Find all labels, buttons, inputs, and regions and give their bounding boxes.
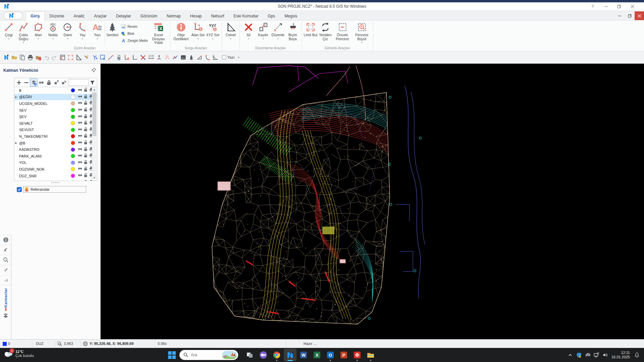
layer-visibility-icon[interactable] (77, 173, 83, 179)
quicktool-dimension[interactable]: 12,53 (147, 53, 155, 61)
ribbon-button-arc[interactable]: Yay▾ (75, 21, 90, 46)
layer-visibility-icon[interactable] (77, 140, 83, 146)
layer-tool-remove-layer[interactable] (22, 78, 30, 86)
layer-color-swatch[interactable] (71, 128, 75, 132)
tray-volume[interactable] (601, 351, 609, 359)
text-toggle-checkbox[interactable] (222, 55, 226, 59)
quicktool-select-frame[interactable] (66, 53, 74, 61)
layer-color-swatch[interactable] (71, 174, 75, 178)
strip-button-object-info[interactable] (0, 235, 11, 245)
layer-visibility-icon[interactable] (77, 146, 83, 153)
active-layer-name[interactable]: 0 (8, 342, 10, 346)
layer-color-swatch[interactable] (71, 180, 75, 181)
ribbon-button-delete[interactable]: Sil▾ (241, 21, 256, 46)
taskbar-app-word[interactable]: W (297, 349, 310, 361)
ribbon-button-point[interactable]: abcNokta▾ (46, 21, 60, 46)
text-display-toggle[interactable]: Yazı▾ (222, 55, 239, 59)
ribbon-button-info[interactable]: Obje Özellikleri (171, 21, 191, 46)
taskbar-app-video-app[interactable] (257, 349, 270, 361)
zoom-scale-value[interactable]: 3,963 (64, 342, 73, 346)
tab-netsurf[interactable]: Netsurf (207, 12, 229, 20)
tab-düzenle[interactable]: Düzenle (45, 12, 69, 20)
layer-color-swatch[interactable] (71, 101, 75, 106)
chevron-down-icon[interactable]: ▾ (238, 56, 239, 59)
ribbon-button-prevwin[interactable]: Önceki Pencere (333, 21, 352, 46)
quicktool-lock-snap[interactable] (115, 53, 123, 61)
tray-cast-display[interactable] (592, 351, 601, 359)
quicktool-close-project[interactable] (34, 53, 42, 61)
quicktool-zoom-select[interactable] (99, 53, 107, 61)
ribbon-button-polygon[interactable]: Alan▾ (31, 21, 46, 46)
tab-netmap[interactable]: Netmap (162, 12, 185, 20)
strip-button-fonts[interactable]: aA (0, 275, 11, 285)
ribbon-button-limit[interactable]: Limit Bul (303, 21, 318, 46)
doc-minimize-button[interactable] (614, 11, 625, 20)
active-layer-swatch[interactable] (3, 342, 7, 346)
layer-row-n_takeometri̇[interactable]: N_TAKEOMETRİ (14, 133, 97, 140)
ribbon-button-line[interactable]: Çizgi▾ (1, 21, 16, 46)
quicktool-profile-line[interactable] (171, 53, 179, 61)
quicktool-split-y[interactable] (91, 53, 99, 61)
taskbar-app-explorer[interactable] (364, 349, 377, 361)
layer-visibility-icon[interactable] (77, 133, 83, 139)
layer-row-sevust[interactable]: SEVUST (14, 127, 97, 133)
taskbar-app-netcad[interactable] (284, 349, 297, 361)
expander-icon[interactable]: ▶ (15, 96, 17, 99)
layer-lock-icon[interactable] (83, 133, 88, 139)
ribbon-button-edit[interactable]: Düzenle▾ (271, 21, 285, 46)
layer-tool-star-export[interactable] (60, 78, 67, 86)
panel-splitter[interactable]: ••••• (14, 182, 97, 185)
ribbon-button-xyz[interactable]: xyzXYZ Sor▾ (206, 21, 220, 46)
scroll-thumb[interactable] (93, 93, 96, 136)
layer-color-swatch[interactable] (71, 141, 75, 145)
layer-row-sevalt[interactable]: SEVALT (14, 120, 97, 127)
quicktool-intersect-red[interactable] (139, 53, 147, 61)
layer-row-@b[interactable]: ▶@B (14, 140, 97, 146)
ribbon-button-zoomwin[interactable]: Pencere Büyüt▾ (352, 21, 372, 46)
ribbon-button-image[interactable]: Resim (121, 23, 148, 30)
minimize-button[interactable] (600, 2, 612, 11)
strip-tab-katmanlar[interactable]: Katmanlar (0, 285, 11, 321)
strip-button-magic-wand[interactable] (0, 265, 11, 275)
layer-filter-funnel-icon[interactable] (89, 78, 96, 86)
layer-visibility-icon[interactable] (77, 100, 83, 107)
layer-visibility-icon[interactable] (77, 160, 83, 166)
layer-visibility-icon[interactable] (77, 120, 83, 126)
restore-button[interactable] (613, 2, 625, 11)
expander-icon[interactable]: ▶ (15, 141, 17, 144)
quicktool-arc-tool[interactable] (203, 53, 211, 61)
layer-lock-icon[interactable] (83, 173, 88, 179)
quicktool-delete-flash[interactable] (83, 53, 91, 61)
mode-indicator[interactable]: DUZ (36, 342, 44, 346)
layer-visibility-icon[interactable] (77, 153, 83, 159)
quicktool-tree-symbol[interactable] (187, 53, 195, 61)
ribbon-button-redraw[interactable]: Yeniden Çiz (318, 21, 333, 46)
tab-gps[interactable]: Gps (263, 12, 280, 20)
quicktool-new-project[interactable] (2, 53, 10, 61)
tab-analiz[interactable]: Analiz (69, 12, 89, 20)
quicktool-open-project[interactable] (10, 53, 18, 61)
drawing-canvas[interactable] (101, 64, 644, 339)
layer-color-swatch[interactable] (71, 154, 75, 158)
taskbar-search[interactable] (179, 350, 238, 360)
doc-restore-button[interactable] (625, 11, 635, 20)
tray-security-shield[interactable] (575, 351, 583, 359)
ribbon-button-text[interactable]: AYazı▾ (90, 21, 105, 46)
quicktool-copy-doc[interactable] (18, 53, 26, 61)
layer-lock-icon[interactable] (83, 100, 88, 107)
ribbon-button-move[interactable]: Kaydır▾ (256, 21, 271, 46)
layer-lock-icon[interactable] (83, 153, 88, 159)
quicktool-slope-triangle[interactable] (195, 53, 203, 61)
tab-hesap[interactable]: Hesap (185, 12, 207, 20)
layer-lock-icon[interactable] (83, 107, 88, 113)
ribbon-button-tree[interactable]: Sembol (105, 21, 120, 46)
layer-lock-icon[interactable] (83, 146, 88, 153)
tray-onedrive-off[interactable] (583, 351, 592, 359)
quicktool-multi-point[interactable] (163, 53, 171, 61)
doc-close-button[interactable] (635, 11, 644, 20)
app-menu-button[interactable] (3, 12, 23, 19)
taskbar-app-excel[interactable]: X (311, 349, 323, 361)
layer-lock-icon[interactable] (83, 160, 88, 166)
layer-tool-lock[interactable] (45, 78, 52, 86)
layer-color-swatch[interactable] (71, 167, 75, 171)
